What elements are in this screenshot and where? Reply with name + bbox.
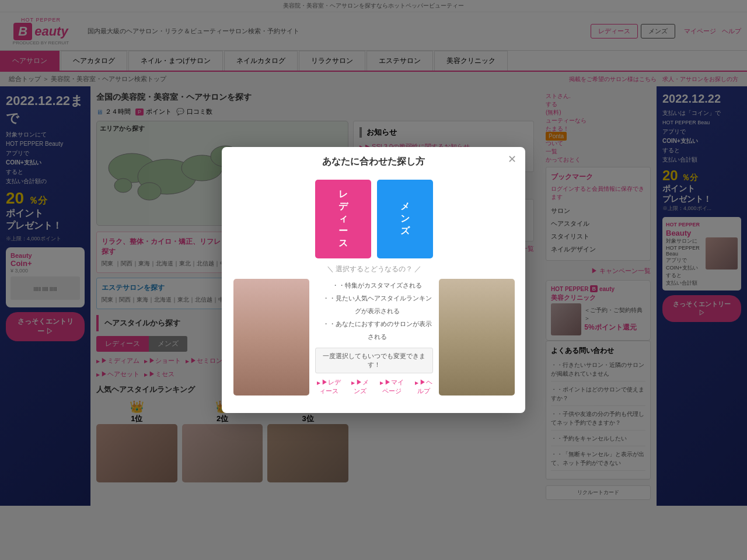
modal-footer-links: ▶レディース ▶メンズ ▶マイページ ▶ヘルプ [315, 378, 433, 396]
modal-buttons: レディース メンズ [315, 180, 433, 258]
modal-title: あなたに合わせた探し方 [222, 147, 525, 174]
bullet-3: ・あなたにおすすめのサロンが表示される [321, 317, 433, 343]
modal-center: レディース メンズ ＼ 選択するとどうなるの？ ／ ・特集がカスタマイズされる … [309, 174, 439, 396]
footer-mens-link[interactable]: ▶メンズ [351, 378, 369, 396]
modal-persons: レディース メンズ ＼ 選択するとどうなるの？ ／ ・特集がカスタマイズされる … [233, 174, 514, 396]
footer-help-link[interactable]: ▶ヘルプ [414, 378, 433, 396]
modal: あなたに合わせた探し方 ✕ レディース メンズ ＼ 選択するとどうなるの？ ／ … [222, 147, 525, 413]
modal-ladies-button[interactable]: レディース [315, 180, 371, 258]
modal-content: レディース メンズ ＼ 選択するとどうなるの？ ／ ・特集がカスタマイズされる … [222, 174, 525, 413]
modal-mens-button[interactable]: メンズ [377, 180, 433, 258]
modal-man-img [439, 279, 515, 396]
modal-bullets: ・特集がカスタマイズされる ・見たい人気ヘアスタイルランキングが表示される ・あ… [315, 279, 433, 343]
modal-once: 一度選択してもいつでも変更できます！ [315, 348, 433, 373]
footer-ladies-link[interactable]: ▶レディース [315, 378, 342, 396]
modal-close-button[interactable]: ✕ [508, 153, 516, 166]
modal-overlay[interactable]: あなたに合わせた探し方 ✕ レディース メンズ ＼ 選択するとどうなるの？ ／ … [0, 0, 747, 506]
modal-lady-img [233, 279, 309, 396]
modal-divider: ＼ 選択するとどうなるの？ ／ [315, 264, 433, 274]
bullet-2: ・見たい人気ヘアスタイルランキングが表示される [321, 292, 433, 317]
footer-mypage-link[interactable]: ▶マイページ [379, 378, 406, 396]
bullet-1: ・特集がカスタマイズされる [321, 279, 433, 292]
